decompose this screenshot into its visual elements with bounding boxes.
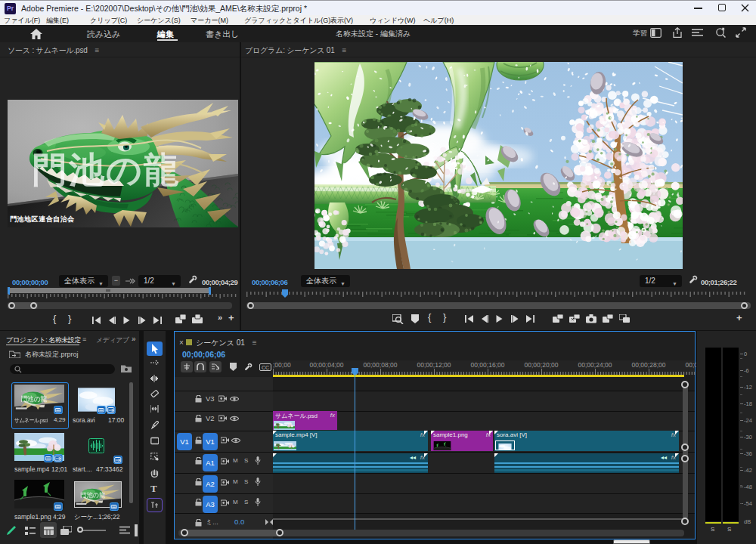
svg-text:00;00;24;00: 00;00;24;00 xyxy=(578,361,612,369)
svg-text:;00;00: ;00;00 xyxy=(273,361,291,369)
svg-text:00;00;28;00: 00;00;28;00 xyxy=(632,361,666,369)
svg-text:門池の龍: 門池の龍 xyxy=(20,395,48,403)
svg-text:00;00;20;00: 00;00;20;00 xyxy=(525,361,559,369)
svg-text:00;00;12;00: 00;00;12;00 xyxy=(417,361,451,369)
svg-text:00;00;16;00: 00;00;16;00 xyxy=(471,361,505,369)
svg-text:00;00;08;00: 00;00;08;00 xyxy=(364,361,398,369)
svg-text:00;00;32;00: 00;00;32;00 xyxy=(686,361,696,369)
svg-text:00;00;04;00: 00;00;04;00 xyxy=(310,361,344,369)
svg-text:T: T xyxy=(150,484,157,494)
svg-text:門池の龍: 門池の龍 xyxy=(81,492,106,499)
